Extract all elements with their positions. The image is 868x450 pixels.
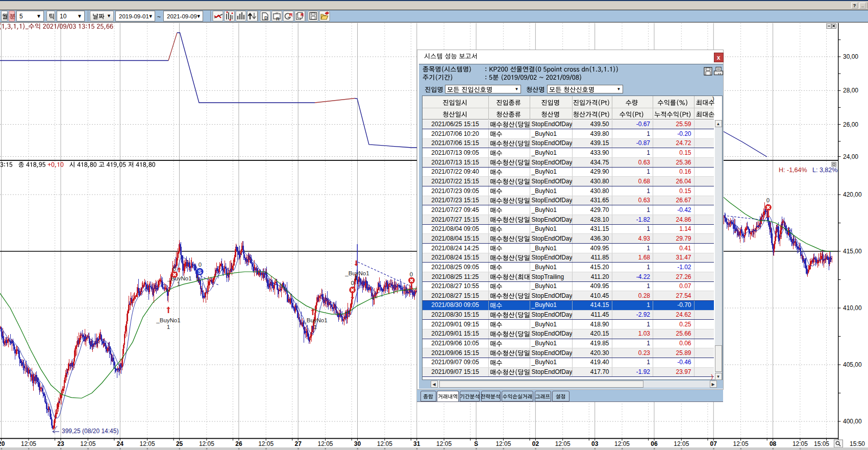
svg-text:12:05: 12:05 bbox=[674, 440, 689, 447]
svg-text:23: 23 bbox=[57, 440, 64, 447]
svg-text:1: 1 bbox=[177, 281, 180, 287]
svg-text:03: 03 bbox=[591, 440, 599, 447]
svg-text:12:05: 12:05 bbox=[317, 440, 333, 447]
svg-text:25: 25 bbox=[176, 440, 183, 447]
svg-text:0: 0 bbox=[410, 271, 413, 277]
svg-text:06: 06 bbox=[651, 440, 658, 447]
svg-text:L: 3,82%: L: 3,82% bbox=[812, 167, 837, 174]
svg-text:02: 02 bbox=[532, 440, 539, 447]
svg-text:1: 1 bbox=[196, 276, 199, 282]
svg-text:27: 27 bbox=[295, 440, 302, 447]
svg-text:0: 0 bbox=[766, 197, 770, 203]
svg-text:0: 0 bbox=[173, 266, 176, 272]
svg-text:24,00: 24,00 bbox=[843, 153, 858, 160]
svg-text:12:05: 12:05 bbox=[377, 440, 392, 447]
svg-text:0: 0 bbox=[351, 280, 354, 286]
svg-text:26: 26 bbox=[235, 440, 242, 447]
svg-text:1: 1 bbox=[314, 324, 317, 330]
svg-text:26,00: 26,00 bbox=[843, 121, 858, 128]
svg-text:S: S bbox=[474, 440, 478, 447]
svg-text:415,00: 415,00 bbox=[843, 248, 862, 255]
svg-text:12:05: 12:05 bbox=[80, 440, 95, 447]
svg-text:12:05: 12:05 bbox=[614, 440, 630, 447]
svg-text:405,00: 405,00 bbox=[843, 361, 862, 368]
svg-text:_BuyNo1: _BuyNo1 bbox=[156, 317, 180, 323]
svg-text:12:05: 12:05 bbox=[199, 440, 214, 447]
svg-text:28,00: 28,00 bbox=[843, 87, 858, 94]
svg-text:08: 08 bbox=[770, 440, 777, 447]
svg-text:12:05: 12:05 bbox=[792, 440, 808, 447]
svg-text:0: 0 bbox=[199, 262, 202, 268]
svg-text:15:05: 15:05 bbox=[814, 440, 829, 447]
svg-text:12:05: 12:05 bbox=[140, 440, 155, 447]
svg-text:30,00: 30,00 bbox=[843, 53, 858, 60]
svg-text:07: 07 bbox=[710, 440, 717, 447]
svg-text:1: 1 bbox=[354, 275, 357, 281]
svg-text:20: 20 bbox=[0, 440, 5, 447]
svg-text:12:05: 12:05 bbox=[436, 440, 452, 447]
svg-text:_BuyNo1: _BuyNo1 bbox=[303, 317, 327, 323]
svg-text:12:05: 12:05 bbox=[733, 440, 749, 447]
svg-text:1: 1 bbox=[167, 324, 170, 330]
svg-text:30: 30 bbox=[354, 440, 361, 447]
svg-text:12:05: 12:05 bbox=[21, 440, 36, 447]
svg-text:24: 24 bbox=[117, 440, 124, 447]
svg-text:12:05: 12:05 bbox=[495, 440, 511, 447]
svg-text:410,00: 410,00 bbox=[843, 304, 862, 312]
svg-text:12:05: 12:05 bbox=[555, 440, 571, 447]
svg-text:31: 31 bbox=[413, 440, 420, 447]
svg-text:420,00: 420,00 bbox=[843, 191, 862, 198]
svg-text:S: S bbox=[198, 269, 202, 275]
svg-text:400,00: 400,00 bbox=[843, 418, 862, 425]
svg-text:12:05: 12:05 bbox=[258, 440, 274, 447]
svg-text:399,25 (08/20 14:45): 399,25 (08/20 14:45) bbox=[62, 428, 118, 435]
svg-text:H: -1,64%: H: -1,64% bbox=[779, 167, 807, 174]
svg-text:15:50: 15:50 bbox=[850, 440, 865, 447]
